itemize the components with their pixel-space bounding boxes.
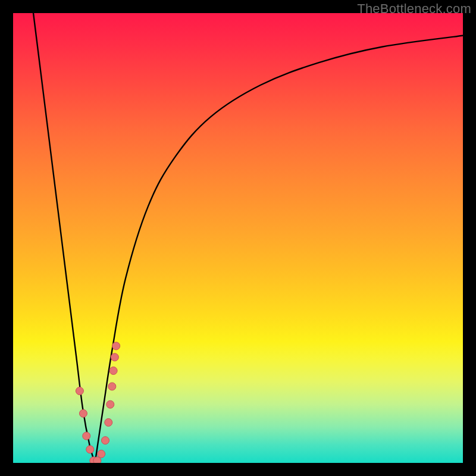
data-point <box>111 353 118 361</box>
data-point <box>108 383 116 390</box>
data-point <box>107 400 114 408</box>
data-point <box>98 450 105 458</box>
data-point <box>79 409 87 417</box>
data-point <box>101 437 109 444</box>
data-point <box>109 367 117 375</box>
data-point <box>112 342 120 350</box>
curve-left-branch <box>33 13 95 463</box>
data-point <box>105 418 112 426</box>
curve-right-branch <box>95 36 463 463</box>
data-point <box>86 446 94 453</box>
plot-area <box>13 13 463 463</box>
data-point <box>76 387 83 395</box>
chart-svg <box>13 13 463 463</box>
data-point <box>83 432 90 440</box>
chart-frame: TheBottleneck.com <box>0 0 476 476</box>
watermark-text: TheBottleneck.com <box>357 1 471 17</box>
